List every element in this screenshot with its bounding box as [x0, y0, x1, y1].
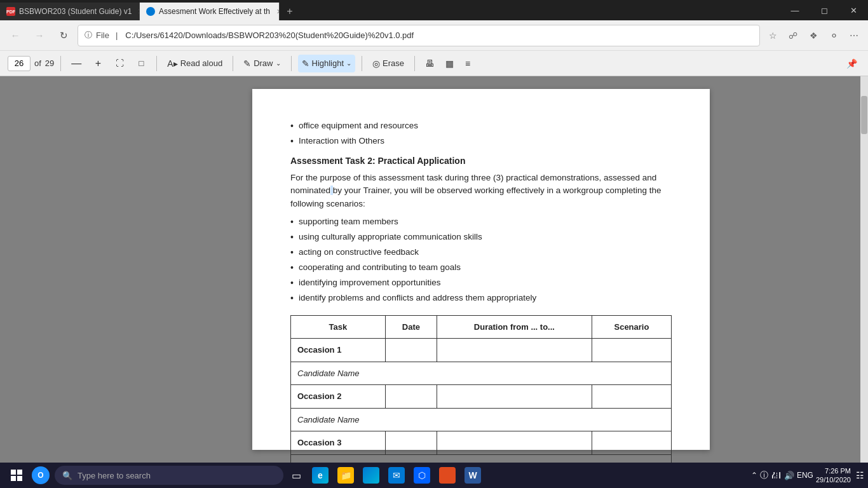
date: 29/10/2020	[816, 475, 851, 484]
task-view-button[interactable]: ▭	[286, 464, 306, 487]
settings-more-icon[interactable]: ⋯	[845, 27, 863, 44]
search-icon: 🔍	[62, 471, 72, 480]
zoom-out-button[interactable]: —	[67, 55, 85, 72]
tab2-label: Assesment Work Effectively at th	[159, 7, 270, 16]
edge-icon: e	[312, 467, 329, 484]
browser-tab-2[interactable]: Assesment Work Effectively at th ✕	[140, 3, 280, 20]
taskbar-spark[interactable]	[436, 464, 459, 487]
minimize-button[interactable]: —	[780, 0, 810, 20]
new-tab-button[interactable]: +	[280, 3, 300, 20]
scenario-item-2: using culturally appropriate communicati…	[290, 231, 672, 244]
system-tray: ⌃ ⓘ ⛜ 🔊 ENG 7:26 PM 29/10/2020 ☷	[751, 466, 864, 485]
url-prefix: File	[96, 30, 109, 40]
titlebar-tabs: PDF BSBWOR203 (Student Guide) v1 ✕ Asses…	[0, 0, 780, 20]
toolbar-separator-1	[60, 56, 61, 71]
highlight-button[interactable]: ✎ Highlight ⌄	[298, 55, 356, 72]
taskbar-word[interactable]: W	[461, 464, 484, 487]
candidate-3-name: Candidate Name	[291, 454, 672, 463]
mail-icon: ✉	[388, 467, 405, 484]
highlight-chevron[interactable]: ⌄	[346, 60, 351, 67]
toolbar-separator-6	[414, 56, 415, 71]
draw-button[interactable]: ✎ Draw ⌄	[240, 55, 284, 72]
occasion-2-scenario	[592, 385, 671, 409]
fit-page-button[interactable]: ⛶	[111, 55, 128, 72]
dropbox-icon: ⬡	[414, 467, 430, 484]
scenario-item-6: identify problems and conflicts and addr…	[290, 292, 672, 305]
tray-icon-1[interactable]: ⓘ	[760, 470, 768, 481]
start-button[interactable]	[4, 463, 29, 488]
occasion-table: Task Date Duration from ... to... Scenar…	[290, 315, 672, 463]
occasion-1-date	[385, 339, 437, 362]
draw-chevron[interactable]: ⌄	[276, 60, 281, 67]
pdf-toolbar: of 29 — + ⛶ □ A▸ Read aloud ✎ Draw ⌄ ✎ H…	[0, 51, 868, 76]
taskbar-store[interactable]	[360, 464, 383, 487]
top-bullet-list: office equipment and resources Interacti…	[290, 119, 672, 148]
right-sidebar-scrollbar[interactable]	[860, 76, 868, 463]
page-number-input[interactable]	[8, 56, 31, 71]
edge-favicon	[146, 7, 155, 16]
scenario-text: identifying improvement opportunities	[299, 276, 441, 289]
occasion-3-date	[385, 431, 437, 455]
scenario-item-5: identifying improvement opportunities	[290, 276, 672, 290]
scenarios-list: supporting team members using culturally…	[290, 215, 672, 305]
total-pages: 29	[45, 58, 54, 68]
extensions-icon[interactable]: ❖	[804, 27, 822, 44]
back-button[interactable]: ←	[5, 25, 25, 46]
taskbar-edge[interactable]: e	[309, 464, 332, 487]
network-icon[interactable]: ⛜	[772, 471, 780, 480]
language-indicator[interactable]: ENG	[797, 471, 813, 480]
occasion-1-scenario	[592, 339, 671, 362]
address-box[interactable]: ⓘ File | C:/Users/61420/Downloads/BSBWOR…	[78, 25, 760, 46]
pdf-viewer[interactable]: office equipment and resources Interacti…	[102, 76, 860, 463]
taskbar-file-explorer[interactable]: 📁	[334, 464, 357, 487]
more-tools-button[interactable]: ≡	[461, 55, 474, 72]
maximize-button[interactable]: ◻	[810, 0, 839, 20]
toolbar-separator-4	[291, 56, 292, 71]
clock[interactable]: 7:26 PM 29/10/2020	[816, 466, 851, 485]
show-hidden-icons[interactable]: ⌃	[751, 471, 757, 480]
addressbar: ← → ↻ ⓘ File | C:/Users/61420/Downloads/…	[0, 20, 868, 51]
read-aloud-icon: A▸	[167, 58, 177, 69]
windows-icon	[11, 470, 22, 481]
pdf-favicon: PDF	[6, 7, 15, 16]
print-button[interactable]: 🖶	[421, 55, 438, 72]
favorites-icon[interactable]: ☆	[764, 27, 782, 44]
table-row: Occasion 2	[291, 385, 672, 409]
draw-label: Draw	[254, 58, 273, 68]
two-page-button[interactable]: ▦	[442, 55, 458, 72]
toolbar-separator-2	[156, 56, 157, 71]
list-item-text: office equipment and resources	[299, 119, 418, 132]
occasion-1-duration	[437, 339, 592, 362]
file-explorer-icon: 📁	[337, 467, 354, 484]
refresh-button[interactable]: ↻	[53, 25, 74, 46]
addressbar-icons: ☆ ☍ ❖ ⚬ ⋯	[764, 27, 863, 44]
occasion-1-label: Occasion 1	[291, 339, 386, 362]
lock-icon: ⓘ	[85, 30, 92, 41]
taskbar-dropbox[interactable]: ⬡	[410, 464, 433, 487]
erase-button[interactable]: ◎ Erase	[369, 55, 408, 72]
profile-icon[interactable]: ⚬	[825, 27, 843, 44]
taskbar-mail[interactable]: ✉	[385, 464, 408, 487]
pdf-page: office equipment and resources Interacti…	[252, 89, 710, 450]
occasion-3-scenario	[592, 431, 671, 455]
toolbar-separator-3	[233, 56, 233, 71]
table-row: Occasion 1	[291, 339, 672, 362]
scenario-text: identify problems and conflicts and addr…	[299, 292, 536, 304]
close-button[interactable]: ✕	[839, 0, 868, 20]
pin-button[interactable]: 📌	[843, 55, 860, 72]
read-aloud-button[interactable]: A▸ Read aloud	[163, 55, 226, 72]
list-item: Interaction with Others	[290, 135, 672, 148]
volume-icon[interactable]: 🔊	[784, 471, 794, 480]
scroll-thumb[interactable]	[861, 96, 867, 134]
zoom-in-button[interactable]: +	[89, 55, 107, 72]
toolbar-separator-5	[362, 56, 362, 71]
forward-button[interactable]: →	[29, 25, 50, 46]
intro-paragraph: For the purpose of this assessment task …	[290, 172, 672, 210]
notification-button[interactable]: ☷	[856, 470, 864, 480]
browser-tab-1[interactable]: PDF BSBWOR203 (Student Guide) v1 ✕	[0, 3, 140, 20]
collections-icon[interactable]: ☍	[784, 27, 802, 44]
scenario-item-1: supporting team members	[290, 215, 672, 229]
cortana-button[interactable]: O	[32, 466, 50, 484]
full-screen-button[interactable]: □	[132, 55, 150, 72]
taskbar-search[interactable]: 🔍 Type here to search	[55, 466, 283, 485]
